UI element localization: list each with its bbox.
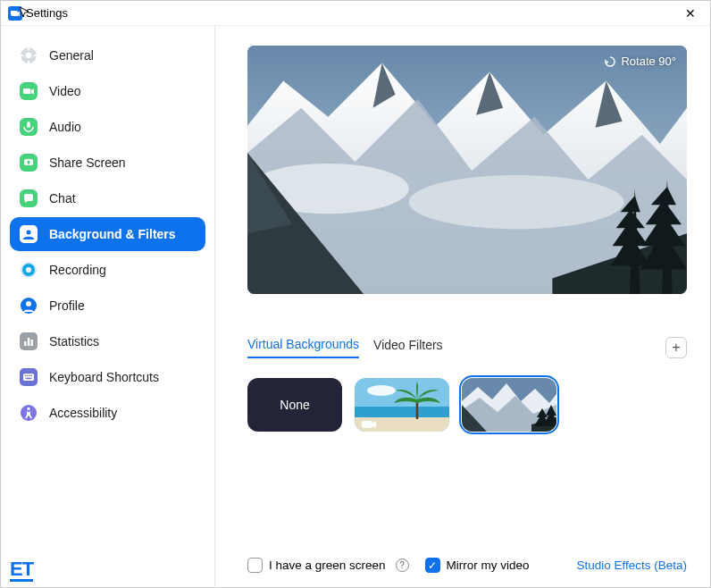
sidebar-item-audio[interactable]: Audio xyxy=(10,110,205,144)
audio-icon xyxy=(19,117,38,137)
sidebar-item-label: Chat xyxy=(49,191,76,206)
sidebar-item-video[interactable]: Video xyxy=(10,74,205,108)
sidebar-item-accessibility[interactable]: Accessibility xyxy=(10,396,205,430)
tab-virtual-backgrounds[interactable]: Virtual Backgrounds xyxy=(247,337,359,358)
chat-icon xyxy=(19,189,38,208)
svg-point-35 xyxy=(409,175,624,229)
svg-rect-9 xyxy=(27,122,30,128)
mirror-video-checkbox[interactable]: ✓ Mirror my video xyxy=(425,558,530,573)
sidebar-item-general[interactable]: General xyxy=(10,38,205,72)
svg-rect-29 xyxy=(30,375,31,376)
window-title: Settings xyxy=(26,6,68,20)
svg-rect-41 xyxy=(362,421,372,428)
tabs-row: Virtual Backgrounds Video Filters + xyxy=(247,337,687,358)
sidebar-item-recording[interactable]: Recording xyxy=(10,253,205,287)
svg-rect-26 xyxy=(25,375,26,376)
main-panel: Rotate 90° Virtual Backgrounds Video Fil… xyxy=(215,26,710,587)
sidebar-item-background-filters[interactable]: Background & Filters xyxy=(10,217,205,251)
titlebar: Settings ✕ xyxy=(1,1,710,26)
sidebar-item-label: Share Screen xyxy=(49,155,126,170)
thumb-mountains[interactable] xyxy=(462,378,556,432)
sidebar-item-label: Audio xyxy=(49,120,81,134)
sidebar-item-label: Video xyxy=(49,84,81,98)
keyboard-icon xyxy=(19,367,38,387)
svg-point-2 xyxy=(26,53,32,59)
studio-effects-link[interactable]: Studio Effects (Beta) xyxy=(576,559,687,572)
rotate-90-button[interactable]: Rotate 90° xyxy=(604,55,676,68)
sidebar-item-keyboard-shortcuts[interactable]: Keyboard Shortcuts xyxy=(10,360,205,394)
gear-icon xyxy=(19,46,38,65)
svg-point-17 xyxy=(26,267,31,273)
bottom-options: I have a green screen ? ✓ Mirror my vide… xyxy=(247,545,687,573)
svg-rect-30 xyxy=(26,378,32,379)
thumb-none[interactable]: None xyxy=(247,378,342,432)
sidebar-item-label: Recording xyxy=(49,263,106,277)
watermark: ET xyxy=(10,559,33,582)
svg-rect-5 xyxy=(21,55,23,56)
svg-rect-37 xyxy=(355,407,449,419)
svg-point-19 xyxy=(26,301,31,307)
close-button[interactable]: ✕ xyxy=(678,1,703,26)
svg-point-14 xyxy=(27,231,31,235)
svg-point-39 xyxy=(367,385,396,396)
svg-rect-23 xyxy=(31,340,34,346)
sidebar-item-share-screen[interactable]: Share Screen xyxy=(10,146,205,180)
sidebar-item-label: General xyxy=(49,48,94,63)
tab-video-filters[interactable]: Video Filters xyxy=(373,338,443,357)
sidebar-item-label: Keyboard Shortcuts xyxy=(49,370,159,384)
share-screen-icon xyxy=(19,153,38,172)
sidebar-item-label: Accessibility xyxy=(49,406,117,420)
green-screen-checkbox[interactable]: I have a green screen ? xyxy=(247,558,409,573)
svg-rect-22 xyxy=(28,338,30,346)
svg-rect-3 xyxy=(28,47,29,50)
mirror-label: Mirror my video xyxy=(447,559,530,572)
background-thumbnails: None xyxy=(247,378,687,432)
zoom-app-icon xyxy=(8,6,22,21)
checkbox-box xyxy=(247,558,263,573)
svg-point-32 xyxy=(27,407,29,410)
rotate-icon xyxy=(604,55,616,68)
sidebar-item-label: Profile xyxy=(49,298,85,313)
sidebar-item-label: Background & Filters xyxy=(49,227,176,241)
statistics-icon xyxy=(19,332,38,351)
green-screen-label: I have a green screen xyxy=(269,559,386,572)
thumb-beach[interactable] xyxy=(355,378,449,432)
sidebar-item-profile[interactable]: Profile xyxy=(10,289,205,323)
checkbox-box: ✓ xyxy=(425,558,440,573)
video-icon xyxy=(19,81,38,101)
svg-rect-6 xyxy=(34,55,37,56)
rotate-label: Rotate 90° xyxy=(621,55,676,68)
help-icon[interactable]: ? xyxy=(396,559,409,572)
sidebar-item-chat[interactable]: Chat xyxy=(10,181,205,215)
accessibility-icon xyxy=(19,403,38,423)
background-icon xyxy=(19,224,38,244)
sidebar-item-statistics[interactable]: Statistics xyxy=(10,324,205,358)
profile-icon xyxy=(19,296,38,315)
svg-rect-4 xyxy=(28,61,29,63)
recording-icon xyxy=(19,260,38,280)
sidebar-item-label: Statistics xyxy=(49,334,99,349)
svg-rect-27 xyxy=(27,375,28,376)
settings-sidebar: General Video Audio Share Screen Chat xyxy=(1,26,215,587)
svg-rect-25 xyxy=(23,374,34,381)
svg-rect-28 xyxy=(29,375,29,376)
thumb-none-label: None xyxy=(280,398,309,412)
svg-rect-21 xyxy=(24,341,27,346)
add-background-button[interactable]: + xyxy=(665,337,687,358)
video-preview: Rotate 90° xyxy=(247,46,687,294)
